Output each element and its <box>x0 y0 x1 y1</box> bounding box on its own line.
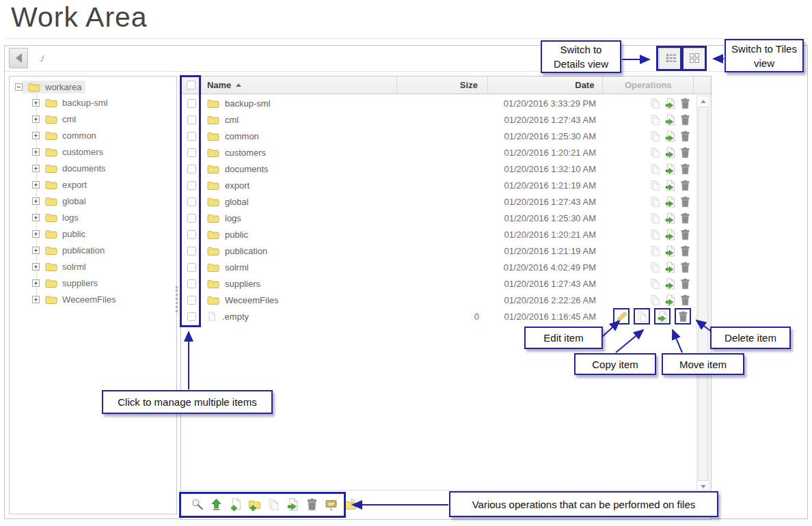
delete-item-button[interactable] <box>679 229 691 240</box>
delete-item-button[interactable] <box>679 262 691 273</box>
column-header-size[interactable]: Size <box>397 77 488 94</box>
column-header-date[interactable]: Date <box>488 77 604 94</box>
row-checkbox[interactable] <box>187 214 196 223</box>
row-checkbox[interactable] <box>187 312 196 321</box>
scrollbar-thumb[interactable] <box>698 107 708 481</box>
copy-item-button[interactable] <box>649 278 661 290</box>
expand-icon[interactable] <box>32 279 40 287</box>
copy-item-button[interactable] <box>649 180 661 191</box>
table-row[interactable]: backup-sml01/20/2016 3:33:29 PM <box>181 95 711 111</box>
copy-item-button[interactable] <box>634 308 650 324</box>
expand-icon[interactable] <box>32 132 40 139</box>
expand-icon[interactable] <box>32 99 40 107</box>
copy-item-button[interactable] <box>649 130 661 142</box>
copy-item-button[interactable] <box>649 229 661 240</box>
move-item-button[interactable] <box>664 212 676 224</box>
table-row[interactable]: .empty001/20/2016 1:16:45 AM <box>181 308 711 324</box>
delete-item-button[interactable] <box>679 180 691 191</box>
unzip-icon[interactable] <box>344 498 357 511</box>
tree-item-common[interactable]: common <box>10 127 176 143</box>
copy-item-button[interactable] <box>649 163 661 175</box>
tree-item-solrml[interactable]: solrml <box>10 258 176 275</box>
table-row[interactable]: public01/20/2016 1:20:21 AM <box>181 226 711 243</box>
back-button[interactable] <box>9 48 28 68</box>
move-item-button[interactable] <box>664 294 676 306</box>
copy-item-button[interactable] <box>649 245 661 257</box>
row-checkbox[interactable] <box>187 197 196 206</box>
delete-item-button[interactable] <box>679 278 691 290</box>
move-item-button[interactable] <box>664 130 676 142</box>
table-row[interactable]: logs01/20/2016 1:25:30 AM <box>181 210 711 226</box>
row-checkbox[interactable] <box>187 181 196 190</box>
tree-item-cml[interactable]: cml <box>10 111 176 127</box>
copy-item-button[interactable] <box>649 262 661 273</box>
tree-item-publication[interactable]: publication <box>10 242 176 258</box>
row-checkbox[interactable] <box>187 99 196 108</box>
copy-item-button[interactable] <box>649 212 661 224</box>
path-bar[interactable]: ./ <box>5 46 807 72</box>
tree-item-logs[interactable]: logs <box>10 209 176 225</box>
move-item-button[interactable] <box>664 114 676 126</box>
move-item-button[interactable] <box>664 98 676 109</box>
copy-item-button[interactable] <box>649 114 661 126</box>
expand-icon[interactable] <box>32 247 40 254</box>
table-row[interactable]: global01/20/2016 1:27:43 AM <box>181 193 711 210</box>
row-checkbox[interactable] <box>187 296 196 305</box>
delete-item-button[interactable] <box>675 308 691 324</box>
copy-item-button[interactable] <box>649 98 661 109</box>
copy-item-button[interactable] <box>649 294 661 306</box>
move-item-button[interactable] <box>664 163 676 175</box>
upload-icon[interactable] <box>210 498 223 511</box>
tree-item-documents[interactable]: documents <box>10 160 176 176</box>
move-item-button[interactable] <box>664 229 676 240</box>
move-item-button[interactable] <box>664 262 676 273</box>
expand-icon[interactable] <box>32 197 40 205</box>
tree-item-suppliers[interactable]: suppliers <box>10 275 176 291</box>
details-view-button[interactable] <box>659 48 683 70</box>
zip-icon[interactable]: ZIP <box>325 498 338 511</box>
expand-icon[interactable] <box>32 296 40 303</box>
expand-icon[interactable] <box>32 148 40 156</box>
copy-icon[interactable] <box>267 498 280 511</box>
move-icon[interactable] <box>286 498 299 511</box>
new-file-icon[interactable] <box>229 498 242 511</box>
expand-icon[interactable] <box>32 165 40 172</box>
delete-item-button[interactable] <box>679 245 691 257</box>
expand-icon[interactable] <box>32 181 40 189</box>
panel-splitter[interactable] <box>176 286 178 312</box>
row-checkbox[interactable] <box>187 148 196 157</box>
row-checkbox[interactable] <box>187 247 196 255</box>
edit-item-button[interactable] <box>613 308 630 324</box>
table-row[interactable]: documents01/20/2016 1:32:10 AM <box>181 161 711 177</box>
expand-icon[interactable] <box>32 214 40 221</box>
delete-item-button[interactable] <box>679 294 691 306</box>
scroll-up-button[interactable] <box>697 96 709 106</box>
delete-item-button[interactable] <box>679 114 691 126</box>
delete-icon[interactable] <box>306 498 319 511</box>
tree-item-public[interactable]: public <box>10 225 176 242</box>
table-row[interactable]: publication01/20/2016 1:21:19 AM <box>181 243 711 259</box>
tree-item-customers[interactable]: customers <box>10 143 176 160</box>
delete-item-button[interactable] <box>679 98 691 109</box>
tiles-view-button[interactable] <box>683 48 707 70</box>
expand-icon[interactable] <box>32 230 40 238</box>
expand-icon[interactable] <box>32 115 40 123</box>
collapse-icon[interactable] <box>15 83 23 91</box>
select-all-checkbox[interactable] <box>187 81 195 89</box>
row-checkbox[interactable] <box>187 115 196 124</box>
table-row[interactable]: common01/20/2016 1:25:30 AM <box>181 128 711 144</box>
new-folder-icon[interactable] <box>248 498 261 511</box>
copy-item-button[interactable] <box>649 196 661 208</box>
row-checkbox[interactable] <box>187 263 196 272</box>
table-row[interactable]: WeceemFiles01/20/2016 2:22:26 AM <box>181 292 711 308</box>
table-row[interactable]: suppliers01/20/2016 1:27:43 AM <box>181 275 711 292</box>
vertical-scrollbar[interactable] <box>696 96 709 492</box>
table-row[interactable]: solrml01/20/2016 4:02:49 PM <box>181 259 711 275</box>
row-checkbox[interactable] <box>187 230 196 239</box>
delete-item-button[interactable] <box>679 163 691 175</box>
move-item-button[interactable] <box>664 180 676 191</box>
table-row[interactable]: customers01/20/2016 1:20:21 AM <box>181 144 711 161</box>
column-header-name[interactable]: Name <box>202 77 397 94</box>
delete-item-button[interactable] <box>679 147 691 158</box>
table-row[interactable]: export01/20/2016 1:21:19 AM <box>181 177 711 193</box>
